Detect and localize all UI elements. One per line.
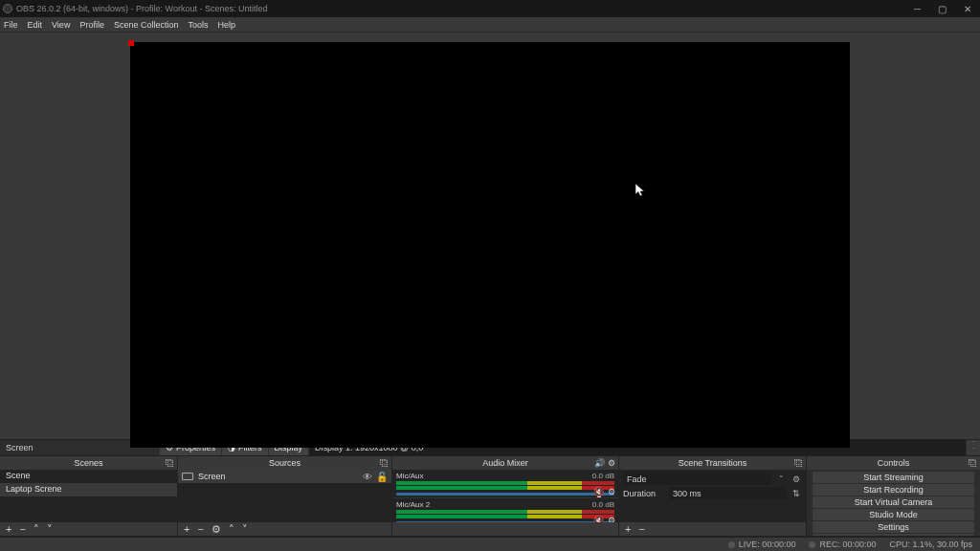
add-transition-button[interactable]: + (625, 523, 631, 535)
move-down-icon[interactable]: ˅ (242, 523, 248, 536)
volume-slider[interactable] (396, 493, 614, 496)
volume-slider[interactable] (396, 521, 614, 522)
duration-input[interactable]: 300 ms (669, 487, 787, 499)
dock-panels: Scenes ⿻ Scene Laptop Screne + − ˄ ˅ Sou… (0, 456, 980, 537)
mixer-header: Audio Mixer 🔊 ⚙ (392, 456, 618, 470)
move-up-icon[interactable]: ˄ (33, 523, 39, 536)
controls-header: Controls ⿻ (807, 456, 980, 470)
gear-icon[interactable]: ⚙ (608, 458, 615, 468)
mixer-track: Mic/Aux 0.0 dB 🔇⚙ (392, 470, 618, 498)
gear-icon[interactable]: ⚙ (608, 487, 615, 496)
transition-type-dropdown[interactable]: Fade (623, 473, 771, 485)
move-up-icon[interactable]: ˄ (229, 523, 234, 536)
scenes-header: Scenes ⿻ (0, 456, 177, 470)
status-cpu: CPU: 1.1%, 30.00 fps (889, 540, 972, 549)
transitions-toolbar: + − (619, 522, 806, 536)
menu-profile[interactable]: Profile (79, 20, 104, 30)
gear-icon[interactable]: ⚙ (791, 474, 802, 484)
preview-canvas[interactable] (130, 42, 850, 448)
sources-title: Sources (269, 458, 301, 468)
sources-list[interactable]: Screen 👁 🔓 (178, 470, 391, 522)
chevron-down-icon[interactable]: ˅ (775, 474, 787, 484)
title-bar: OBS 26.0.2 (64-bit, windows) - Profile: … (0, 0, 980, 17)
audio-mixer-panel: Audio Mixer 🔊 ⚙ Mic/Aux 0.0 dB 🔇⚙ Mic/Au… (392, 456, 619, 536)
volume-meter (396, 510, 614, 519)
source-item[interactable]: Screen 👁 🔓 (178, 470, 391, 483)
popout-icon[interactable]: ⿻ (794, 458, 803, 468)
sources-panel: Sources ⿻ Screen 👁 🔓 + − ⚙ ˄ ˅ (178, 456, 392, 536)
mute-icon[interactable]: 🔇 (593, 487, 604, 496)
close-button[interactable]: ✕ (964, 4, 971, 14)
live-dot-icon (728, 541, 735, 548)
settings-button[interactable]: Settings (813, 521, 974, 533)
menu-file[interactable]: File (4, 20, 18, 30)
remove-scene-button[interactable]: − (19, 523, 25, 535)
controls-title: Controls (878, 458, 910, 468)
menu-tools[interactable]: Tools (188, 20, 208, 30)
start-recording-button[interactable]: Start Recording (813, 484, 974, 496)
duration-stepper[interactable]: ⇅ (791, 489, 802, 498)
status-live: LIVE: 00:00:00 (728, 540, 796, 549)
sources-toolbar: + − ⚙ ˄ ˅ (178, 522, 391, 536)
track-name: Mic/Aux 2 (396, 500, 592, 509)
scenes-title: Scenes (74, 458, 102, 468)
speaker-icon[interactable]: 🔊 (594, 458, 605, 468)
status-rec: REC: 00:00:00 (809, 540, 876, 549)
maximize-button[interactable]: ▢ (938, 4, 947, 14)
popout-icon[interactable]: ⿻ (380, 458, 389, 468)
popout-icon[interactable]: ⿻ (166, 458, 174, 468)
controls-body: Start Streaming Start Recording Start Vi… (807, 470, 980, 536)
mixer-title: Audio Mixer (482, 458, 528, 468)
scenes-list[interactable]: Scene Laptop Screne (0, 470, 177, 522)
scenes-toolbar: + − ˄ ˅ (0, 522, 177, 536)
start-virtual-camera-button[interactable]: Start Virtual Camera (813, 496, 974, 508)
move-down-icon[interactable]: ˅ (47, 523, 53, 536)
menu-view[interactable]: View (52, 20, 70, 30)
menu-edit[interactable]: Edit (28, 20, 43, 30)
start-streaming-button[interactable]: Start Streaming (813, 472, 974, 483)
transitions-body: Fade ˅ ⚙ Duration 300 ms ⇅ (619, 470, 806, 522)
lock-icon[interactable]: 🔓 (376, 472, 388, 482)
mute-icon[interactable]: 🔇 (593, 516, 604, 522)
cpu-text: CPU: 1.1%, 30.00 fps (889, 540, 972, 549)
minimize-button[interactable]: ─ (914, 4, 921, 14)
sources-header: Sources ⿻ (178, 456, 391, 470)
add-scene-button[interactable]: + (6, 523, 11, 535)
display-stepper[interactable]: ˄˅ (967, 440, 980, 455)
menu-bar: File Edit View Profile Scene Collection … (0, 17, 980, 33)
mixer-footer (392, 522, 618, 536)
volume-meter (396, 481, 614, 491)
track-db: 0.0 dB (592, 500, 614, 509)
chevron-down-icon: ˅ (972, 448, 975, 454)
track-db: 0.0 dB (592, 472, 614, 480)
scenes-panel: Scenes ⿻ Scene Laptop Screne + − ˄ ˅ (0, 456, 178, 536)
obs-logo-icon (3, 4, 12, 13)
transitions-title: Scene Transitions (679, 458, 747, 468)
transitions-panel: Scene Transitions ⿻ Fade ˅ ⚙ Duration 30… (619, 456, 807, 536)
transitions-header: Scene Transitions ⿻ (619, 456, 806, 470)
gear-icon[interactable]: ⚙ (608, 516, 615, 522)
visibility-icon[interactable]: 👁 (363, 472, 372, 482)
add-source-button[interactable]: + (184, 523, 189, 535)
window-controls: ─ ▢ ✕ (914, 4, 971, 14)
remove-transition-button[interactable]: − (638, 523, 644, 535)
window-title: OBS 26.0.2 (64-bit, windows) - Profile: … (16, 4, 914, 13)
popout-icon[interactable]: ⿻ (969, 458, 977, 468)
selection-handle-icon[interactable] (128, 40, 134, 46)
scene-item[interactable]: Scene (0, 470, 177, 483)
studio-mode-button[interactable]: Studio Mode (813, 509, 974, 520)
track-name: Mic/Aux (396, 472, 592, 480)
status-bar: LIVE: 00:00:00 REC: 00:00:00 CPU: 1.1%, … (0, 537, 980, 551)
preview-area (0, 33, 980, 439)
live-text: LIVE: 00:00:00 (739, 540, 796, 549)
remove-source-button[interactable]: − (197, 523, 203, 535)
duration-label: Duration (623, 489, 665, 498)
menu-scene-collection[interactable]: Scene Collection (114, 20, 179, 30)
exit-button[interactable]: Exit (813, 534, 974, 536)
controls-panel: Controls ⿻ Start Streaming Start Recordi… (807, 456, 980, 536)
source-label: Screen (198, 472, 226, 481)
mixer-body: Mic/Aux 0.0 dB 🔇⚙ Mic/Aux 2 0.0 dB 🔇⚙ (392, 470, 618, 522)
menu-help[interactable]: Help (217, 20, 235, 30)
source-settings-button[interactable]: ⚙ (212, 523, 221, 536)
scene-item[interactable]: Laptop Screne (0, 483, 177, 496)
